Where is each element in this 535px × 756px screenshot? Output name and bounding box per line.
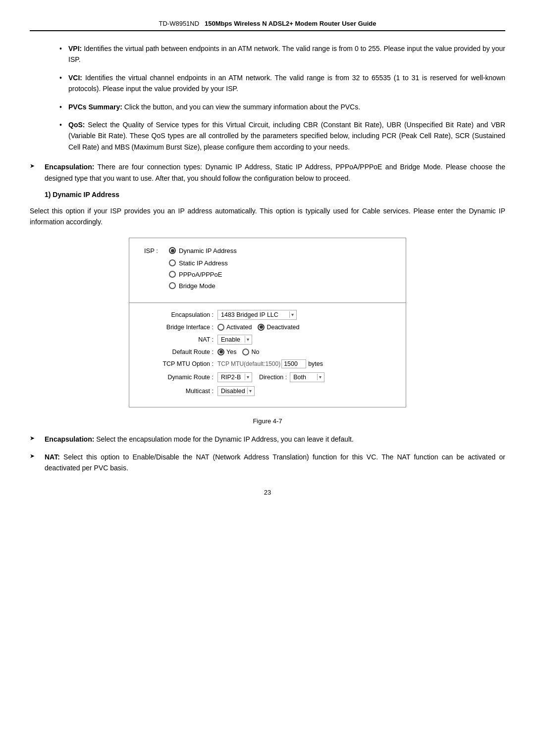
bridge-deactivated-radio[interactable] [258, 324, 265, 331]
nat-arrow-icon: ▾ [245, 336, 251, 343]
dynamic-route-value: RIP2-B [219, 373, 245, 381]
encapsulation-form-label: Encapsulation : [139, 311, 214, 318]
pppoa-radio[interactable] [169, 271, 176, 278]
dynamic-ip-radio[interactable] [169, 247, 176, 254]
figure-label: Figure 4-7 [30, 417, 505, 425]
config-box-bottom: Encapsulation : 1483 Bridged IP LLC ▾ Br… [129, 303, 406, 407]
dynamic-ip-heading: 1) Dynamic IP Address [45, 191, 505, 199]
encapsulation-select[interactable]: 1483 Bridged IP LLC ▾ [217, 310, 297, 320]
nat-value: Enable [219, 336, 245, 344]
tcp-mtu-placeholder: TCP MTU(default:1500) [217, 360, 280, 367]
header-text: TD-W8951ND 150Mbps Wireless N ADSL2+ Mod… [159, 20, 376, 27]
dynamic-route-arrow-icon: ▾ [245, 374, 251, 380]
tcp-mtu-unit: bytes [308, 360, 323, 367]
default-route-options: Yes No [217, 349, 265, 355]
nat-bottom-arrow: NAT: Select this option to Enable/Disabl… [30, 452, 505, 474]
nat-bottom-term: NAT: [45, 453, 60, 461]
multicast-dropdown[interactable]: Disabled ▾ [217, 386, 255, 396]
dynamic-route-dropdown[interactable]: RIP2-B ▾ [217, 372, 252, 382]
multicast-select[interactable]: Disabled ▾ [217, 386, 255, 396]
list-item: PVCs Summary: Click the button, and you … [59, 101, 505, 112]
bridge-activated-radio[interactable] [217, 324, 224, 331]
multicast-row: Multicast : Disabled ▾ [139, 386, 396, 396]
bridge-interface-options: Activated Deactivated [217, 324, 305, 331]
vci-term: VCI: [68, 74, 82, 82]
dynamic-route-row: Dynamic Route : RIP2-B ▾ Direction : Bot… [139, 372, 396, 382]
dynamic-ip-label: Dynamic IP Address [179, 247, 237, 254]
vci-text: Identifies the virtual channel endpoints… [68, 74, 505, 93]
nat-label: NAT : [139, 336, 214, 343]
bridge-interface-row: Bridge Interface : Activated Deactivated [139, 324, 396, 331]
tcp-mtu-value-area: TCP MTU(default:1500) 1500 bytes [217, 359, 323, 368]
encapsulation-term: Encapsulation: [45, 163, 94, 171]
encapsulation-value: 1483 Bridged IP LLC [219, 311, 289, 319]
dynamic-route-label: Dynamic Route : [139, 374, 214, 381]
page-number: 23 [30, 489, 505, 496]
encapsulation-bottom-text: Select the encapsulation mode for the Dy… [96, 435, 354, 443]
pvcs-text: Click the button, and you can view the s… [124, 103, 360, 111]
encapsulation-arrow-text: There are four connection types: Dynamic… [45, 163, 505, 182]
encapsulation-dropdown[interactable]: 1483 Bridged IP LLC ▾ [217, 310, 297, 320]
vpi-text: Identifies the virtual path between endp… [68, 45, 505, 63]
multicast-value: Disabled [219, 387, 247, 395]
default-route-yes-radio[interactable] [217, 349, 224, 355]
isp-row: ISP : Dynamic IP Address [144, 247, 391, 254]
qos-text: Select the Quality of Service types for … [68, 121, 505, 151]
default-route-no-label: No [251, 349, 259, 355]
tcp-mtu-label: TCP MTU Option : [139, 360, 214, 367]
page: TD-W8951ND 150Mbps Wireless N ADSL2+ Mod… [0, 0, 535, 756]
pppoa-option[interactable]: PPPoA/PPPoE [169, 271, 391, 278]
model-name: TD-W8951ND [159, 20, 200, 27]
config-box-top: ISP : Dynamic IP Address Static IP Addre… [129, 238, 406, 303]
default-route-no-radio[interactable] [242, 349, 249, 355]
nat-row: NAT : Enable ▾ [139, 335, 396, 345]
direction-arrow-icon: ▾ [317, 374, 323, 380]
encapsulation-bottom-term: Encapsulation: [45, 435, 94, 443]
bridge-interface-label: Bridge Interface : [139, 324, 214, 331]
guide-title: 150Mbps Wireless N ADSL2+ Modem Router U… [205, 20, 376, 27]
encapsulation-arrow-section: Encapsulation: There are four connection… [30, 161, 505, 184]
default-route-label: Default Route : [139, 349, 214, 355]
pppoa-label: PPPoA/PPPoE [179, 271, 222, 278]
direction-label: Direction : [259, 374, 287, 381]
nat-bottom-text: Select this option to Enable/Disable the… [45, 453, 505, 472]
vpi-term: VPI: [68, 45, 82, 52]
multicast-label: Multicast : [139, 388, 214, 395]
tcp-mtu-input[interactable]: 1500 [281, 359, 306, 368]
direction-dropdown[interactable]: Both ▾ [290, 372, 324, 382]
dynamic-route-area: RIP2-B ▾ Direction : Both ▾ [217, 372, 324, 382]
bridge-mode-option[interactable]: Bridge Mode [169, 282, 391, 290]
list-item: VPI: Identifies the virtual path between… [59, 43, 505, 65]
config-box: ISP : Dynamic IP Address Static IP Addre… [129, 238, 406, 407]
static-ip-label: Static IP Address [179, 259, 228, 267]
default-route-yes-option[interactable]: Yes [217, 349, 236, 355]
list-item: VCI: Identifies the virtual channel endp… [59, 72, 505, 95]
direction-value: Both [291, 373, 317, 381]
bridge-activated-label: Activated [226, 324, 252, 331]
static-ip-option[interactable]: Static IP Address [169, 259, 391, 267]
encapsulation-bottom-arrow: Encapsulation: Select the encapsulation … [30, 434, 505, 445]
multicast-arrow-icon: ▾ [247, 388, 253, 394]
encapsulation-arrow-icon: ▾ [289, 311, 295, 318]
pvcs-term: PVCs Summary: [68, 103, 122, 111]
page-header: TD-W8951ND 150Mbps Wireless N ADSL2+ Mod… [30, 20, 505, 31]
dynamic-ip-desc: Select this option if your ISP provides … [30, 205, 505, 228]
static-ip-radio[interactable] [169, 259, 176, 266]
list-item: QoS: Select the Quality of Service types… [59, 119, 505, 152]
nat-select[interactable]: Enable ▾ [217, 335, 252, 345]
bridge-mode-radio[interactable] [169, 282, 176, 289]
default-route-no-option[interactable]: No [242, 349, 259, 355]
encapsulation-row: Encapsulation : 1483 Bridged IP LLC ▾ [139, 310, 396, 320]
bridge-deactivated-label: Deactivated [267, 324, 299, 331]
default-route-yes-label: Yes [226, 349, 236, 355]
nat-dropdown[interactable]: Enable ▾ [217, 335, 252, 345]
default-route-row: Default Route : Yes No [139, 349, 396, 355]
bridge-deactivated-option[interactable]: Deactivated [258, 324, 299, 331]
bridge-activated-option[interactable]: Activated [217, 324, 252, 331]
qos-term: QoS: [68, 121, 85, 129]
tcp-mtu-row: TCP MTU Option : TCP MTU(default:1500) 1… [139, 359, 396, 368]
bridge-mode-label: Bridge Mode [179, 282, 215, 290]
isp-label: ISP : [144, 247, 164, 254]
bullet-list: VPI: Identifies the virtual path between… [59, 43, 505, 152]
